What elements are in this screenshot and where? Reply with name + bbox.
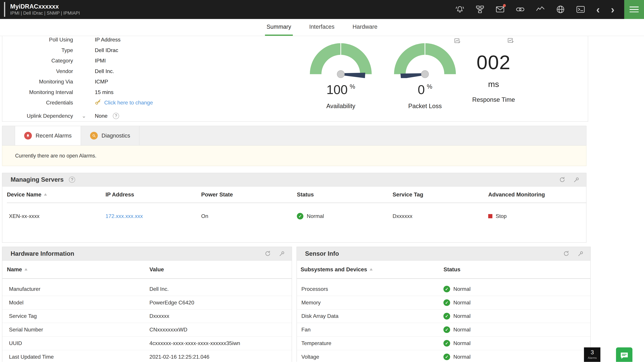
field-label: Credentials bbox=[2, 100, 73, 106]
chevron-left-icon[interactable]: ‹ bbox=[596, 5, 600, 14]
managing-servers-help-icon[interactable]: ? bbox=[69, 177, 75, 183]
globe-icon[interactable] bbox=[556, 5, 565, 14]
status-cell: ✓ Normal bbox=[444, 313, 590, 319]
status-normal-icon: ✓ bbox=[444, 286, 450, 292]
col-name[interactable]: Name bbox=[7, 266, 150, 273]
table-row: Serial Number CNxxxxxxxxWD bbox=[2, 323, 292, 337]
report-icon[interactable] bbox=[454, 38, 461, 46]
table-header-row: Device Name IP Address Power State Statu… bbox=[7, 187, 586, 203]
table-row: Last Updated Time 2021-02-16 12:25:21.04… bbox=[2, 350, 292, 362]
tab-summary[interactable]: Summary bbox=[265, 19, 293, 36]
col-status: Status bbox=[444, 266, 590, 273]
ip-address-link[interactable]: 172.xxx.xxx.xxx bbox=[106, 213, 143, 219]
sort-icon[interactable] bbox=[24, 268, 28, 270]
advanced-monitoring-cell: Stop bbox=[488, 213, 586, 219]
table-row: Service Tag Dxxxxxx bbox=[2, 310, 292, 323]
alarms-section: Recent Alarms Diagnostics Currently ther… bbox=[2, 126, 586, 166]
hardware-table-body: Manufacturer Dell Inc. Model PowerEdge C… bbox=[2, 279, 292, 362]
pin-icon[interactable] bbox=[578, 251, 584, 257]
row-value: Dxxxxxx bbox=[150, 313, 292, 319]
tab-recent-alarms[interactable]: Recent Alarms bbox=[15, 126, 81, 145]
device-title-block: MyiDRACxxxxxx IPMI | Dell IDrac | SNMP |… bbox=[4, 2, 80, 17]
row-value: CNxxxxxxxxWD bbox=[150, 326, 292, 333]
status-normal-icon: ✓ bbox=[297, 213, 304, 220]
status-normal-icon: ✓ bbox=[444, 299, 450, 306]
page-title: MyiDRACxxxxxx bbox=[10, 3, 80, 10]
col-value: Value bbox=[150, 266, 292, 273]
mail-notification-dot bbox=[503, 4, 506, 7]
mail-icon[interactable] bbox=[496, 5, 505, 14]
field-uplink-dependency: Uplink Dependency ⌄ None ? bbox=[2, 108, 224, 120]
field-monitoring-via: Monitoring Via ICMP bbox=[2, 76, 224, 87]
key-icon bbox=[95, 99, 101, 107]
table-header-row: Subsystems and Devices Status bbox=[297, 261, 590, 279]
service-tag-cell: Dxxxxxx bbox=[392, 213, 488, 219]
alarm-bell-icon[interactable] bbox=[455, 5, 464, 14]
terminal-icon[interactable] bbox=[576, 5, 585, 14]
alarms-tab-strip: Recent Alarms Diagnostics bbox=[2, 126, 586, 145]
no-alarms-message: Currently there are no open Alarms. bbox=[2, 145, 586, 166]
sort-icon[interactable] bbox=[44, 193, 47, 196]
row-label: Memory bbox=[300, 300, 444, 306]
uplink-help-icon[interactable]: ? bbox=[113, 113, 119, 119]
tab-hardware[interactable]: Hardware bbox=[351, 19, 379, 36]
refresh-icon[interactable] bbox=[563, 251, 569, 257]
hamburger-menu-button[interactable] bbox=[624, 0, 644, 19]
workflow-icon[interactable] bbox=[476, 5, 484, 14]
packet-loss-value: 0% bbox=[391, 82, 459, 97]
pin-icon[interactable] bbox=[574, 177, 580, 183]
row-value: PowerEdge C6420 bbox=[150, 300, 292, 306]
col-device-name[interactable]: Device Name bbox=[7, 192, 106, 198]
table-row: Processors ✓ Normal bbox=[297, 282, 590, 296]
row-label: Manufacturer bbox=[7, 286, 150, 292]
sensor-info-panel: Sensor Info bbox=[296, 247, 590, 362]
diagnostics-badge-icon bbox=[90, 132, 98, 140]
response-time-unit: ms bbox=[459, 79, 528, 89]
hardware-information-header: Hardware Information bbox=[2, 247, 292, 261]
sort-icon[interactable] bbox=[370, 268, 373, 270]
alarm-count-button[interactable]: 3 Alarms bbox=[584, 347, 600, 362]
field-label: Monitoring Via bbox=[2, 79, 73, 85]
status-cell: ✓ Normal bbox=[444, 299, 590, 306]
bottom-panels: Hardware Information bbox=[2, 247, 644, 362]
field-value: None bbox=[95, 113, 108, 119]
tab-diagnostics[interactable]: Diagnostics bbox=[81, 126, 140, 145]
gauge-dial bbox=[308, 41, 374, 78]
response-time-value: 002 bbox=[459, 51, 528, 74]
col-subsystems[interactable]: Subsystems and Devices bbox=[300, 266, 444, 273]
table-row: Fan ✓ Normal bbox=[297, 323, 590, 337]
field-value: ICMP bbox=[95, 79, 108, 85]
report-icon[interactable] bbox=[508, 38, 514, 46]
pin-icon[interactable] bbox=[279, 251, 285, 257]
sensor-table-body: Processors ✓ Normal Memory ✓ Normal Disk… bbox=[297, 279, 590, 362]
table-header-row: Name Value bbox=[2, 261, 292, 279]
sensor-info-title: Sensor Info bbox=[305, 250, 339, 257]
col-power-state: Power State bbox=[201, 192, 297, 198]
status-normal-icon: ✓ bbox=[444, 326, 450, 333]
refresh-icon[interactable] bbox=[559, 177, 565, 183]
status-normal-icon: ✓ bbox=[444, 313, 450, 319]
stop-button[interactable]: Stop bbox=[496, 213, 506, 219]
chat-button[interactable] bbox=[616, 347, 632, 362]
table-row: Manufacturer Dell Inc. bbox=[2, 282, 292, 296]
sparkline-icon[interactable] bbox=[536, 5, 545, 14]
status-cell: ✓ Normal bbox=[297, 213, 392, 220]
chat-icon bbox=[619, 351, 629, 362]
chevron-down-icon[interactable]: ⌄ bbox=[82, 113, 86, 119]
refresh-icon[interactable] bbox=[265, 251, 271, 257]
hardware-information-panel: Hardware Information bbox=[2, 247, 292, 362]
opmanager-device-page: MyiDRACxxxxxx IPMI | Dell IDrac | SNMP |… bbox=[0, 0, 644, 362]
table-row: UUID 4cxxxxxx-xxxx-xxxx-xxxx-xxxxxx35iwn bbox=[2, 337, 292, 350]
device-protocols-subtitle: IPMI | Dell IDrac | SNMP | IPMIAPI bbox=[10, 10, 80, 16]
tab-interfaces[interactable]: Interfaces bbox=[308, 19, 336, 36]
field-type: Type Dell IDrac bbox=[2, 45, 224, 55]
row-label: Last Updated Time bbox=[7, 354, 150, 360]
change-credentials-link[interactable]: Click here to change bbox=[104, 100, 153, 106]
link-icon[interactable] bbox=[516, 5, 525, 14]
availability-label: Availability bbox=[307, 103, 374, 110]
table-row: Model PowerEdge C6420 bbox=[2, 296, 292, 310]
gauge-dial bbox=[392, 41, 458, 78]
managing-servers-header: Managing Servers ? bbox=[2, 173, 586, 187]
chevron-right-icon[interactable]: › bbox=[611, 5, 614, 14]
row-label: Service Tag bbox=[7, 313, 150, 319]
